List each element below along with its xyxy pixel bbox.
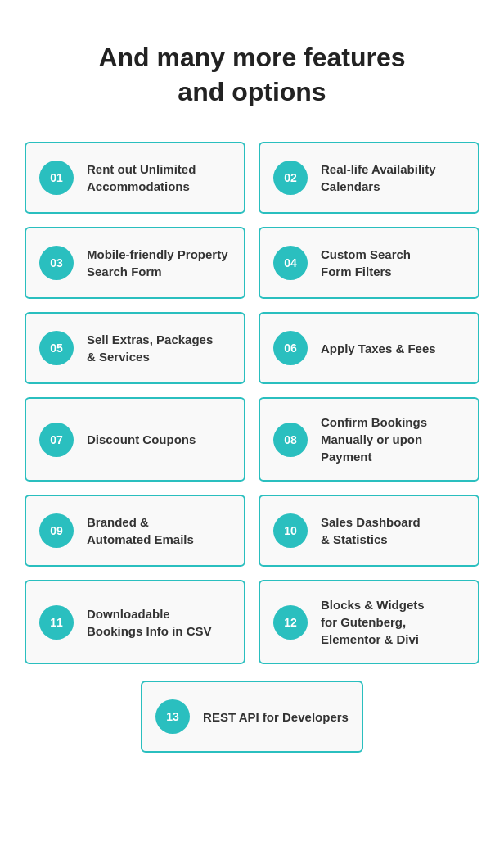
feature-label: Rent out UnlimitedAccommodations xyxy=(87,161,196,195)
feature-card: 10Sales Dashboard& Statistics xyxy=(259,495,479,567)
feature-card: 06Apply Taxes & Fees xyxy=(259,312,479,384)
feature-label: DownloadableBookings Info in CSV xyxy=(87,605,212,640)
feature-label: Blocks & Widgetsfor Gutenberg,Elementor … xyxy=(321,596,425,648)
feature-badge: 09 xyxy=(39,513,74,548)
feature-badge: 13 xyxy=(155,699,190,734)
feature-label: Custom SearchForm Filters xyxy=(321,246,411,280)
feature-card-last: 13REST API for Developers xyxy=(141,681,363,753)
page-title: And many more features and options xyxy=(16,41,488,109)
feature-badge: 11 xyxy=(39,605,74,640)
feature-label: Real-life AvailabilityCalendars xyxy=(321,161,436,195)
feature-label: Discount Coupons xyxy=(87,431,196,448)
feature-badge: 07 xyxy=(39,423,74,457)
feature-badge: 01 xyxy=(39,161,74,195)
feature-card: 02Real-life AvailabilityCalendars xyxy=(259,142,479,214)
feature-label: REST API for Developers xyxy=(203,708,349,726)
feature-card: 12Blocks & Widgetsfor Gutenberg,Elemento… xyxy=(259,580,479,664)
feature-label: Confirm BookingsManually or upon Payment xyxy=(321,414,465,465)
feature-badge: 02 xyxy=(273,161,308,195)
feature-card: 08Confirm BookingsManually or upon Payme… xyxy=(259,397,479,482)
feature-card: 04Custom SearchForm Filters xyxy=(259,227,479,299)
feature-card: 01Rent out UnlimitedAccommodations xyxy=(25,142,245,214)
feature-card: 05Sell Extras, Packages& Services xyxy=(25,312,245,384)
feature-badge: 03 xyxy=(39,246,74,280)
feature-card: 03Mobile-friendly PropertySearch Form xyxy=(25,227,245,299)
feature-badge: 12 xyxy=(273,605,308,640)
feature-label: Mobile-friendly PropertySearch Form xyxy=(87,246,228,280)
feature-label: Branded &Automated Emails xyxy=(87,513,194,548)
feature-badge: 10 xyxy=(273,513,308,548)
page-header: And many more features and options xyxy=(0,0,504,133)
feature-card: 09Branded &Automated Emails xyxy=(25,495,245,567)
feature-label: Sell Extras, Packages& Services xyxy=(87,331,213,365)
feature-label: Sales Dashboard& Statistics xyxy=(321,513,421,548)
feature-badge: 08 xyxy=(273,423,308,457)
page-wrapper: And many more features and options 01Ren… xyxy=(0,0,504,785)
feature-badge: 04 xyxy=(273,246,308,280)
features-grid: 01Rent out UnlimitedAccommodations02Real… xyxy=(0,133,504,681)
feature-label: Apply Taxes & Fees xyxy=(321,340,436,357)
feature-badge: 05 xyxy=(39,331,74,365)
last-card-wrapper: 13REST API for Developers xyxy=(0,681,504,785)
feature-badge: 06 xyxy=(273,331,308,365)
feature-card: 11DownloadableBookings Info in CSV xyxy=(25,580,245,664)
feature-card: 07Discount Coupons xyxy=(25,397,245,482)
